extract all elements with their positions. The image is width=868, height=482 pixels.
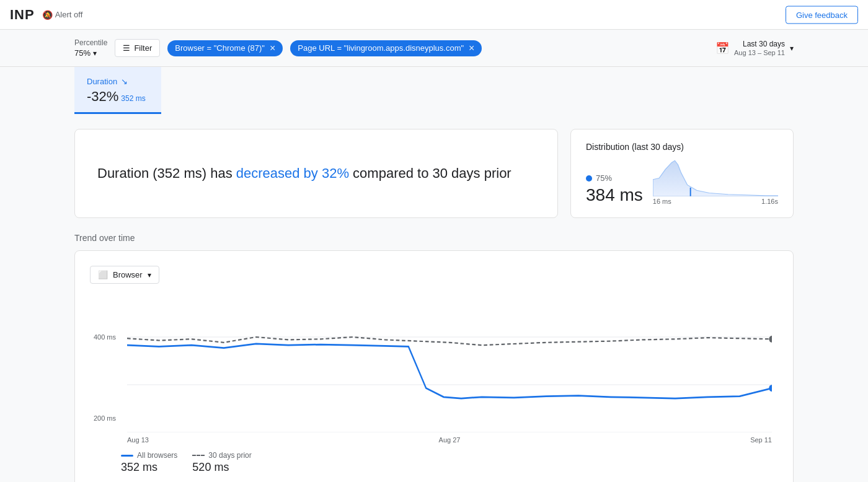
dist-axis-left: 16 ms [653,198,671,205]
percentile-value: 75% [74,48,91,58]
give-feedback-button[interactable]: Give feedback [786,6,858,24]
legend-blue-line [121,455,133,457]
dist-chart [653,159,778,196]
y-label-200: 200 ms [94,414,116,422]
distribution-card: Distribution (last 30 days) 75% 384 ms [570,129,794,218]
filter-button[interactable]: ☰ Filter [115,39,160,57]
dist-value: 384 ms [586,185,643,205]
browser-dropdown-label: Browser [113,270,143,279]
percentile-label: Percentile [74,38,107,47]
legend-30-days-prior: 30 days prior 520 ms [192,451,251,474]
tab-change-value: -32% [87,89,118,105]
metric-tabs: Duration ↘ -32% 352 ms [0,67,868,114]
browser-chip-text: Browser = "Chrome (87)" [175,43,265,53]
tab-metric-value: 352 ms [121,94,145,103]
dist-body: 75% 384 ms [586,159,778,205]
y-label-400: 400 ms [94,333,116,341]
chart-container: Aug 13 Aug 27 Sep 11 All browsers 352 ms [121,296,778,474]
legend-prior-value: 520 ms [192,461,251,474]
duration-tab[interactable]: Duration ↘ -32% 352 ms [74,67,161,114]
headline-text: Duration (352 ms) has decreased by 32% c… [97,164,512,183]
dist-title: Distribution (last 30 days) [586,142,778,152]
dist-left: 75% 384 ms [586,173,643,205]
dist-percentile-label: 75% [596,173,612,183]
dist-axis: 16 ms 1.16s [653,198,778,205]
dist-dot [586,175,592,182]
trend-over-time-label: Trend over time [74,233,794,243]
date-range-selector[interactable]: 📅 Last 30 days Aug 13 – Sep 11 ▾ [715,40,794,56]
date-range-display: Last 30 days Aug 13 – Sep 11 [734,40,785,56]
percentile-chevron-icon: ▾ [93,49,97,58]
dist-chart-area: 16 ms 1.16s [653,159,778,205]
percentile-selector[interactable]: Percentile 75% ▾ [74,38,107,58]
browser-dropdown[interactable]: ⬜ Browser ▾ [90,266,159,284]
legend-all-browsers-value: 352 ms [121,461,177,474]
svg-point-6 [769,385,772,392]
dist-axis-right: 1.16s [761,198,778,205]
headline-highlight: decreased by 32% [236,165,349,181]
url-filter-chip: Page URL = "livingroom.apps.disneyplus.c… [290,40,482,56]
headline-card: Duration (352 ms) has decreased by 32% c… [74,129,558,218]
date-chevron-icon: ▾ [790,44,794,53]
tab-name-label: Duration [87,77,117,86]
browser-dropdown-icon: ⬜ [98,270,108,279]
chart-svg-area [127,296,772,432]
legend-prior-label: 30 days prior [208,451,251,460]
x-axis-labels: Aug 13 Aug 27 Sep 11 [121,436,778,444]
browser-filter-chip: Browser = "Chrome (87)" × [167,40,283,56]
filter-icon: ☰ [123,43,130,53]
trend-over-time-section: Trend over time ⬜ Browser ▾ 400 ms 200 m… [74,233,794,482]
url-chip-close-icon[interactable]: × [469,43,474,53]
summary-row: Duration (352 ms) has decreased by 32% c… [74,129,794,218]
headline-post: compared to 30 days prior [349,165,512,181]
dist-percentile-row: 75% [586,173,643,183]
browser-dropdown-chevron-icon: ▾ [148,271,151,279]
legend-all-browsers: All browsers 352 ms [121,451,177,474]
chart-legend: All browsers 352 ms 30 days prior 520 ms [121,451,778,474]
trend-card: ⬜ Browser ▾ 400 ms 200 ms [74,250,794,482]
top-bar: INP 🔕 Alert off Give feedback [0,0,868,30]
legend-dashed-line [192,455,205,456]
filter-label: Filter [134,43,152,53]
alert-bell-icon: 🔕 [42,10,53,20]
legend-all-browsers-label: All browsers [137,451,177,460]
filter-bar: Percentile 75% ▾ ☰ Filter Browser = "Chr… [0,30,868,67]
date-range-label: Last 30 days [743,40,785,48]
calendar-icon: 📅 [715,42,729,55]
tab-trend-icon: ↘ [121,77,128,86]
inp-badge: INP [10,7,35,23]
main-content: Duration (352 ms) has decreased by 32% c… [0,114,868,482]
date-range-sub: Aug 13 – Sep 11 [734,49,785,56]
headline-pre: Duration (352 ms) has [97,165,236,181]
url-chip-text: Page URL = "livingroom.apps.disneyplus.c… [298,43,464,53]
x-label-sep11: Sep 11 [750,436,772,444]
x-label-aug27: Aug 27 [439,436,461,444]
x-label-aug13: Aug 13 [127,436,149,444]
browser-chip-close-icon[interactable]: × [270,43,275,53]
y-axis-labels: 400 ms 200 ms [90,296,121,474]
alert-off-indicator[interactable]: 🔕 Alert off [42,10,83,20]
chart-wrapper: 400 ms 200 ms [90,296,778,474]
alert-off-label: Alert off [55,10,83,19]
top-bar-left: INP 🔕 Alert off [10,7,82,23]
